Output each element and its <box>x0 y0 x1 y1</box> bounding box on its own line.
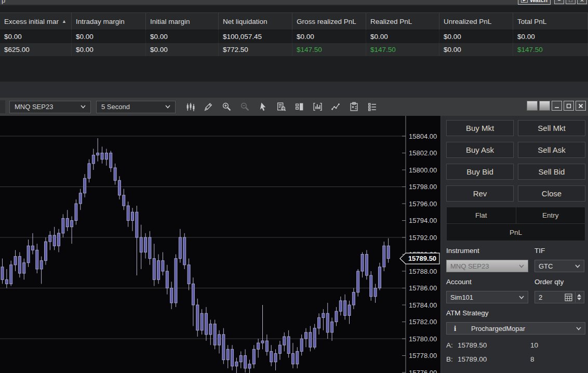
spinner-down-icon[interactable] <box>577 298 581 300</box>
chart-close-button[interactable] <box>576 101 586 111</box>
window-edge-notch <box>0 100 5 113</box>
chart-minimize-button[interactable] <box>552 101 562 111</box>
column-header-unrealized-pnl[interactable]: Unrealized PnL <box>439 12 513 30</box>
toolbar-square-button-2[interactable] <box>539 101 550 111</box>
table-cell: $0.00 <box>292 30 366 43</box>
price-axis[interactable]: 15804.0015802.0015800.0015798.0015796.00… <box>402 116 437 373</box>
quantity-stepper[interactable]: 2 <box>534 291 584 303</box>
price-axis-label: 15796.00 <box>409 200 437 208</box>
workspace-background <box>0 82 588 98</box>
position-display: Flat Entry PnL <box>446 207 585 241</box>
last-price-marker: 15789.50 <box>400 253 439 264</box>
instrument-field-label: Instrument <box>446 247 479 255</box>
quantity-spinner[interactable] <box>575 292 583 302</box>
tif-field-label: TIF <box>534 247 545 255</box>
cursor-icon[interactable] <box>257 101 269 113</box>
ask-price: 15789.50 <box>458 341 530 349</box>
chevron-down-icon <box>519 296 524 299</box>
chevron-down-icon <box>81 105 86 109</box>
column-header-total-pnl[interactable]: Total PnL <box>513 12 588 30</box>
candlestick-chart[interactable]: 15804.0015802.0015800.0015798.0015796.00… <box>0 116 440 373</box>
window-minimize-button[interactable]: – <box>554 0 564 4</box>
price-axis-label: 15794.00 <box>409 217 437 224</box>
price-axis-label: 15776.00 <box>409 369 437 373</box>
entry-tab[interactable]: Entry <box>516 207 585 223</box>
table-row: $625.00$0.00$0.00$772.50$147.50$147.50$0… <box>0 43 588 56</box>
interval-selector[interactable]: 5 Second <box>96 101 176 113</box>
zoom-out-icon <box>239 101 250 113</box>
price-axis-label: 15792.00 <box>409 234 437 242</box>
column-header-label: Net liquidation <box>223 18 268 25</box>
buy-mkt-button[interactable]: Buy Mkt <box>446 120 514 136</box>
drawing-tools-icon[interactable] <box>203 101 214 113</box>
price-axis-label: 15804.00 <box>409 132 437 140</box>
chart-style-icon[interactable] <box>184 101 196 113</box>
atm-strategy-dropdown[interactable]: i ProchargedMopar <box>446 322 585 335</box>
window-titlebar: p ▶ Watch – □ ✕ <box>0 0 588 5</box>
strategies-icon[interactable] <box>330 101 341 113</box>
sell-bid-button[interactable]: Sell Bid <box>518 164 585 180</box>
table-cell: $0.00 <box>513 30 588 43</box>
spinner-up-icon[interactable] <box>577 294 581 297</box>
chart-plot-area[interactable]: 15804.0015802.0015800.0015798.0015796.00… <box>0 116 440 373</box>
window-maximize-button[interactable]: □ <box>566 0 576 4</box>
column-header-intraday-margin[interactable]: Intraday margin <box>72 12 146 30</box>
account-table-header: Excess initial mar▲Intraday marginInitia… <box>0 12 588 30</box>
calculator-icon[interactable] <box>565 294 572 301</box>
account-table: Excess initial mar▲Intraday marginInitia… <box>0 12 588 56</box>
tif-dropdown[interactable]: GTC <box>534 260 584 272</box>
zoom-in-icon[interactable] <box>221 101 232 113</box>
column-header-net-liquidation[interactable]: Net liquidation <box>219 12 292 30</box>
table-cell: $625.00 <box>0 43 72 56</box>
chart-properties-icon[interactable] <box>348 101 359 113</box>
buy-bid-button[interactable]: Buy Bid <box>446 164 514 180</box>
instrument-dropdown: MNQ SEP23 <box>446 260 528 272</box>
account-dropdown[interactable]: Sim101 <box>446 291 528 303</box>
sell-mkt-button[interactable]: Sell Mkt <box>518 120 585 136</box>
ask-quote-row: A: 15789.50 10 <box>446 341 583 349</box>
watch-button[interactable]: ▶ Watch <box>518 0 551 5</box>
table-cell: $147.50 <box>366 43 439 56</box>
column-header-label: Gross realized PnL <box>297 18 356 25</box>
column-header-initial-margin[interactable]: Initial margin <box>146 12 219 30</box>
price-axis-label: 15784.00 <box>409 301 437 309</box>
sell-ask-button[interactable]: Sell Ask <box>518 142 585 158</box>
play-icon: ▶ <box>521 0 528 3</box>
order-button-row: RevClose <box>446 185 585 202</box>
watch-button-label: Watch <box>530 0 547 3</box>
indicators-icon[interactable] <box>312 101 323 113</box>
instrument-selector-value: MNQ SEP23 <box>15 103 53 111</box>
column-header-label: Excess initial mar <box>4 18 59 25</box>
pnl-tab[interactable]: PnL <box>447 224 585 241</box>
buy-ask-button[interactable]: Buy Ask <box>446 142 514 158</box>
info-icon[interactable]: i <box>450 324 460 333</box>
chart-window: MNQ SEP23 5 Second 15804.0015802.0015800… <box>0 98 588 373</box>
column-header-label: Intraday margin <box>76 18 125 25</box>
price-axis-label: 15788.00 <box>409 268 437 275</box>
last-price-value: 15789.50 <box>408 255 436 262</box>
close-button[interactable]: Close <box>518 185 585 202</box>
chevron-down-icon <box>519 264 524 268</box>
instrument-selector[interactable]: MNQ SEP23 <box>9 101 91 113</box>
column-header-excess-initial-mar[interactable]: Excess initial mar▲ <box>0 12 72 30</box>
flat-indicator[interactable]: Flat <box>447 207 516 223</box>
bid-prefix: B: <box>446 355 458 363</box>
column-header-gross-realized-pnl[interactable]: Gross realized PnL <box>292 12 366 30</box>
chart-trader-icon[interactable] <box>293 101 305 113</box>
data-box-icon[interactable] <box>275 101 287 113</box>
sort-ascending-icon: ▲ <box>62 19 66 24</box>
toolbar-square-button-1[interactable] <box>527 101 538 111</box>
table-cell: $0.00 <box>0 30 72 43</box>
window-close-button[interactable]: ✕ <box>577 0 587 4</box>
table-cell: $0.00 <box>72 43 146 56</box>
table-cell: $100,057.45 <box>219 30 292 43</box>
column-header-realized-pnl[interactable]: Realized PnL <box>366 12 439 30</box>
accounts-window: Excess initial mar▲Intraday marginInitia… <box>0 6 588 82</box>
account-table-body: $0.00$0.00$0.00$100,057.45$0.00$0.00$0.0… <box>0 30 588 56</box>
objects-list-icon[interactable] <box>366 101 378 113</box>
table-cell: $772.50 <box>219 43 292 56</box>
bid-size: 8 <box>530 355 534 363</box>
chart-restore-button[interactable] <box>564 101 574 111</box>
atm-strategy-label: ATM Strategy <box>446 309 489 317</box>
rev-button[interactable]: Rev <box>446 185 514 202</box>
